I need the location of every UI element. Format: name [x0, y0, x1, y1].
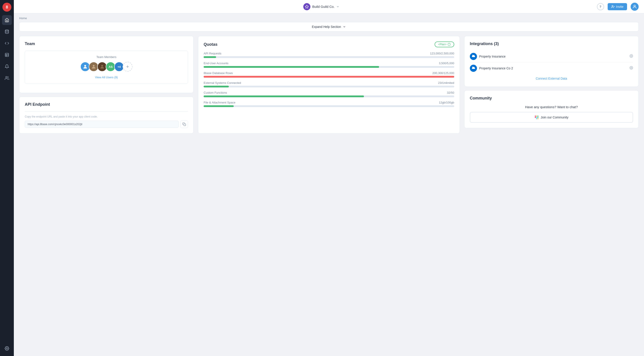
svg-point-13 [634, 5, 635, 6]
expand-help-label: Expand Help Section [312, 25, 341, 28]
breadcrumb: Home [19, 14, 639, 22]
svg-rect-24 [535, 116, 536, 117]
team-members-label: Team Members [30, 55, 183, 59]
svg-point-22 [631, 67, 632, 68]
api-endpoint-input[interactable] [25, 121, 178, 128]
member-avatar-add[interactable]: + [123, 62, 132, 72]
integration-item: Property Insurance [470, 51, 633, 62]
workspace-icon [303, 3, 310, 10]
team-members-section: Team Members [25, 51, 188, 84]
topbar: Build Guild Co. ? Invite [14, 0, 644, 14]
expand-chevron-icon [343, 25, 346, 28]
integrations-card-title: Integrations (3) [470, 42, 633, 46]
svg-rect-17 [184, 124, 186, 126]
svg-rect-3 [5, 53, 9, 57]
invite-icon [611, 5, 615, 8]
cards-grid: Team Team Members [19, 36, 639, 134]
gear-icon[interactable] [630, 54, 633, 59]
view-all-users-link[interactable]: View All Users (9) [95, 76, 118, 79]
svg-rect-29 [536, 116, 537, 117]
quota-item: End-User Accounts 3,500/5,000 [204, 62, 454, 68]
team-card-title: Team [25, 42, 188, 46]
avatars-row: AS +4 + [30, 62, 183, 72]
quota-item: File & Attachment Space 12gb/100gb [204, 101, 454, 107]
svg-rect-25 [536, 117, 537, 118]
svg-rect-27 [538, 117, 538, 118]
quota-item: External Systems Connected 23/Unlimited [204, 81, 454, 88]
gear-icon[interactable] [630, 66, 633, 70]
svg-rect-28 [538, 116, 538, 117]
api-endpoint-description: Copy the endpoint URL and paste it into … [25, 115, 188, 118]
workspace-selector[interactable]: Build Guild Co. [303, 3, 340, 10]
quota-item: Custom Functions 32/50 [204, 91, 454, 97]
app-logo[interactable]: 8 [2, 3, 11, 12]
left-column: Team Team Members [19, 36, 194, 134]
svg-point-15 [93, 65, 94, 67]
workspace-name: Build Guild Co. [312, 5, 334, 8]
quotas-card-title: Quotas [204, 42, 218, 47]
quotas-card: Quotas <Plan> API Requests 123,000/2,500… [198, 36, 460, 134]
svg-rect-23 [535, 117, 536, 118]
svg-point-8 [6, 348, 8, 349]
chevron-down-icon [336, 5, 340, 8]
connect-external-data-link[interactable]: Connect External Data [470, 74, 633, 81]
api-endpoint-card: API Endpoint Copy the endpoint URL and p… [19, 96, 194, 134]
invite-button[interactable]: Invite [608, 3, 627, 10]
salesforce-icon [470, 53, 477, 60]
help-button[interactable]: ? [597, 3, 604, 10]
community-card: Community Have any questions? Want to ch… [464, 90, 639, 128]
quota-item: API Requests 123,000/2,500,000 [204, 52, 454, 58]
main-area: Build Guild Co. ? Invite Home Expand Hel… [14, 0, 644, 356]
sidebar-item-api[interactable] [2, 38, 12, 48]
plan-badge-button[interactable]: <Plan> [434, 42, 454, 47]
quota-header: Quotas <Plan> [204, 42, 454, 47]
community-icon [534, 115, 539, 120]
join-community-button[interactable]: Join our Community [470, 112, 633, 123]
svg-point-7 [6, 76, 7, 78]
copy-button[interactable] [180, 120, 188, 128]
sidebar-item-home[interactable] [2, 15, 12, 25]
svg-point-10 [612, 5, 613, 6]
svg-point-16 [101, 65, 103, 67]
quota-item: 8base Database Rows 200,300/125,000 [204, 72, 454, 78]
sidebar: 8 [0, 0, 14, 356]
svg-rect-26 [536, 118, 537, 119]
salesforce-icon [470, 65, 477, 72]
sidebar-item-notifications[interactable] [2, 62, 12, 72]
svg-text:8: 8 [6, 5, 8, 9]
svg-point-2 [5, 30, 9, 31]
integrations-list: Property Insurance Property Insurance Co… [470, 51, 633, 74]
integration-item: Property Insurance Co 2 [470, 62, 633, 74]
topbar-right: ? Invite [597, 3, 639, 11]
sidebar-item-settings[interactable] [2, 344, 12, 353]
quota-items-container: API Requests 123,000/2,500,000 End-User … [204, 52, 454, 107]
sidebar-item-users[interactable] [2, 73, 12, 83]
sidebar-item-tables[interactable] [2, 50, 12, 60]
api-input-row [25, 120, 188, 128]
community-question: Have any questions? Want to chat? [470, 105, 633, 109]
integrations-card: Integrations (3) Property Insurance Prop… [464, 36, 639, 87]
info-icon [448, 43, 451, 46]
team-card: Team Team Members [19, 36, 194, 93]
svg-point-21 [631, 56, 632, 56]
sidebar-item-database[interactable] [2, 27, 12, 36]
svg-point-14 [84, 65, 86, 67]
user-avatar[interactable] [630, 3, 639, 11]
api-endpoint-title: API Endpoint [25, 102, 188, 107]
svg-rect-30 [538, 118, 538, 119]
svg-marker-9 [305, 5, 308, 8]
right-column: Integrations (3) Property Insurance Prop… [464, 36, 639, 134]
page-content: Home Expand Help Section Team Team Membe… [14, 14, 644, 356]
expand-help-bar[interactable]: Expand Help Section [19, 22, 639, 32]
community-card-title: Community [470, 96, 633, 100]
